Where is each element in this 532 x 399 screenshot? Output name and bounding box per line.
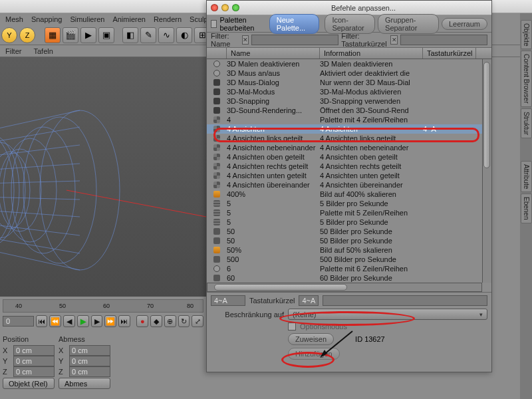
option-mode-checkbox[interactable] (288, 323, 296, 331)
cube2-icon[interactable]: ◧ (122, 27, 138, 43)
command-list[interactable]: 3D Malen deaktivieren3D Malen deaktivier… (207, 59, 491, 283)
clear-key-filter-icon[interactable]: ✕ (390, 35, 398, 45)
pos-z-field[interactable]: 0 cm (13, 366, 55, 377)
menu-animieren[interactable]: Animieren (112, 15, 146, 23)
autokey-icon[interactable]: ◆ (150, 315, 162, 327)
close-icon[interactable] (211, 4, 218, 11)
list-item[interactable]: 5050 Bilder pro Sekunde (207, 227, 491, 236)
list-item[interactable]: 4 Ansichten rechts geteilt4 Ansichten re… (207, 162, 491, 171)
assign-button[interactable]: Zuweisen (288, 333, 334, 345)
axis-z-button[interactable]: Z (19, 27, 35, 43)
list-item[interactable]: 500500 Bilder pro Sekunde (207, 255, 491, 264)
list-item[interactable]: 55 Bilder pro Sekunde (207, 217, 491, 227)
size-x-field[interactable]: 0 cm (69, 345, 110, 356)
header-info[interactable]: Information (320, 48, 423, 59)
list-item[interactable]: 3D-Mal-Modus3D-Mal-Modus aktivieren (207, 87, 491, 96)
list-item[interactable]: 3D-Snapping3D-Snapping verwenden (207, 96, 491, 106)
tab-ebenen[interactable]: Ebenen (521, 194, 532, 223)
list-item[interactable]: 5050 Bilder pro Sekunde (207, 236, 491, 245)
list-item[interactable]: 3D Malen deaktivieren3D Malen deaktivier… (207, 59, 491, 68)
tab-struktur[interactable]: Struktur (521, 108, 532, 138)
pos-x-field[interactable]: 0 cm (13, 345, 55, 356)
header-name[interactable]: Name (227, 48, 320, 59)
filter-key-input[interactable] (400, 35, 487, 45)
list-item[interactable]: 6060 Bilder pro Sekunde (207, 273, 491, 283)
play-icon[interactable]: ▶ (77, 315, 89, 327)
list-item[interactable]: 3D-Sound-Rendering...Öffnet den 3D-Sound… (207, 106, 491, 115)
header-key[interactable]: Tastaturkürzel (423, 48, 476, 59)
add-button[interactable]: Hinzufügen (288, 348, 340, 360)
clear-name-filter-icon[interactable]: ✕ (242, 35, 249, 45)
list-item[interactable]: 4 Ansichten unten geteilt4 Ansichten unt… (207, 171, 491, 180)
list-item[interactable]: 4 Ansichten oben geteilt4 Ansichten oben… (207, 152, 491, 162)
edit-palettes-checkbox[interactable] (211, 20, 217, 28)
minimize-icon[interactable] (221, 4, 229, 11)
horizontal-scrollbar[interactable] (207, 283, 482, 292)
frame-field[interactable]: 0 (3, 316, 34, 327)
tab-objekte[interactable]: Objekte (521, 20, 532, 49)
list-item[interactable]: 4 Ansichten nebeneinander4 Ansichten neb… (207, 143, 491, 152)
list-item[interactable]: 5Palette mit 5 Zeilen/Reihen (207, 208, 491, 217)
list-item[interactable]: 3D Maus an/ausAktiviert oder deaktiviert… (207, 68, 491, 78)
list-item[interactable]: 4Palette mit 4 Zeilen/Reihen (207, 115, 491, 124)
space-button[interactable]: Leerraum (442, 18, 487, 30)
list-item[interactable]: 4 Ansichten übereinander4 Ansichten über… (207, 180, 491, 190)
next-frame-icon[interactable]: ▶ (91, 315, 103, 327)
pos-y-field[interactable]: 0 cm (13, 356, 55, 366)
filter-name-input[interactable] (251, 35, 338, 45)
goto-end-icon[interactable]: ⏭ (118, 315, 130, 327)
axis-z-label: Z (3, 368, 12, 376)
prev-frame-icon[interactable]: ◀ (63, 315, 75, 327)
record-icon[interactable]: ● (136, 315, 148, 327)
viewport[interactable] (0, 57, 206, 297)
key-scl-icon[interactable]: ⤢ (192, 315, 203, 327)
new-palette-button[interactable]: Neue Palette... (269, 14, 320, 34)
size-y-field[interactable]: 0 cm (69, 356, 110, 366)
tab-filter[interactable]: Filter (5, 47, 21, 55)
current-shortcut-field[interactable]: 4~A (211, 295, 245, 306)
tab-attribute[interactable]: Attribute (521, 161, 532, 192)
spline-icon[interactable]: ∿ (158, 27, 174, 43)
restrict-dropdown[interactable]: (Keine) (288, 309, 487, 320)
row-info: 5 Bilder pro Sekunde (320, 218, 423, 226)
list-item[interactable]: 3D Maus-DialogNur wenn der 3D Maus-Dial (207, 78, 491, 87)
list-item[interactable]: 6Palette mit 6 Zeilen/Reihen (207, 264, 491, 273)
size-z-field[interactable]: 0 cm (69, 366, 110, 377)
menu-snapping[interactable]: Snapping (31, 15, 63, 23)
list-item[interactable]: 50%Bild auf 50% skalieren (207, 245, 491, 255)
pen-icon[interactable]: ✎ (140, 27, 156, 43)
next-key-icon[interactable]: ⏩ (104, 315, 116, 327)
list-item[interactable]: 400%Bild auf 400% skalieren (207, 190, 491, 199)
nurbs-icon[interactable]: ◐ (176, 27, 192, 43)
group-separator-button[interactable]: Gruppen-Separator (378, 14, 439, 34)
object-mode-button[interactable]: Objekt (Rel) (3, 378, 55, 389)
timeline-ruler[interactable]: 40 50 60 70 80 (3, 299, 203, 313)
axis-y-button[interactable]: Y (1, 27, 17, 43)
list-item[interactable]: 55 Bilder pro Sekunde (207, 199, 491, 208)
row-name: 3D Malen deaktivieren (227, 60, 320, 68)
list-item[interactable]: 4 Ansichten4 Ansichten4~A (207, 124, 491, 134)
key-extra-field[interactable] (323, 295, 487, 306)
picture-icon[interactable]: ▣ (98, 27, 114, 43)
row-name: 4 Ansichten (227, 125, 320, 133)
menu-simulieren[interactable]: Simulieren (70, 15, 104, 23)
key-rot-icon[interactable]: ↻ (178, 315, 190, 327)
cube-icon[interactable]: ▦ (45, 27, 61, 43)
list-item[interactable]: 4 Ansichten links geteilt4 Ansichten lin… (207, 134, 491, 143)
menu-rendern[interactable]: Rendern (154, 15, 182, 23)
key-value-field[interactable]: 4~A (299, 295, 319, 306)
icon-separator-button[interactable]: Icon-Separator (325, 14, 375, 34)
apply-button[interactable]: Abmes (59, 378, 110, 389)
tab-content-browser[interactable]: Content Browser (521, 51, 532, 106)
key-pos-icon[interactable]: ⊕ (164, 315, 176, 327)
dialog-title-bar[interactable]: Befehle anpassen... (207, 1, 491, 15)
zoom-icon[interactable] (232, 4, 239, 11)
vertical-scrollbar[interactable] (482, 59, 491, 283)
row-name: 4 Ansichten oben geteilt (227, 153, 320, 161)
menu-mesh[interactable]: Mesh (5, 15, 23, 23)
tab-tafeln[interactable]: Tafeln (33, 47, 53, 55)
render-icon[interactable]: ▶ (80, 27, 96, 43)
clapper-icon[interactable]: 🎬 (63, 27, 78, 43)
prev-key-icon[interactable]: ⏪ (49, 315, 61, 327)
goto-start-icon[interactable]: ⏮ (36, 315, 48, 327)
